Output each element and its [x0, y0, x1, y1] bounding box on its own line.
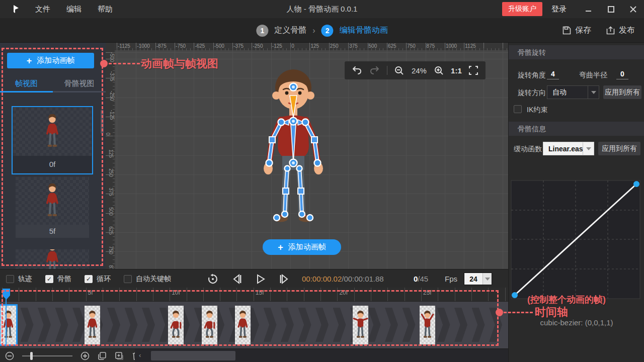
zoom-out-timeline-button[interactable] — [5, 351, 14, 360]
timeline-scrollbar[interactable]: ‹ — [135, 349, 508, 362]
step-1-badge[interactable]: 1 — [256, 25, 268, 37]
easing-select[interactable]: Linear.ease — [543, 142, 594, 155]
frame-thumbnail-5f[interactable]: 5f — [16, 177, 89, 238]
next-frame-button[interactable] — [279, 274, 290, 284]
horizontal-ruler: -1125-1000-875-750-625-500-375-250-12501… — [115, 43, 508, 50]
v-ruler-label: 625 — [108, 226, 114, 235]
timeline-ruler-label: 15f — [256, 289, 264, 296]
keyframe-0f[interactable] — [1, 306, 16, 344]
app-logo-icon — [12, 5, 20, 14]
v-ruler-label: 250 — [108, 168, 114, 177]
apply-all-rotation-button[interactable]: 应用到所有 — [603, 85, 641, 99]
mini-character — [1, 309, 16, 342]
checkbox-icon[interactable] — [6, 275, 14, 283]
play-button[interactable] — [256, 274, 266, 284]
bone-info-section-header: 骨骼信息 — [509, 122, 644, 136]
keyframe-21f[interactable] — [353, 306, 368, 344]
timeline-track[interactable] — [0, 302, 508, 348]
checkbox-icon[interactable]: ✓ — [85, 275, 93, 283]
chevron-down-icon — [482, 273, 492, 285]
timeline-ruler-label: 25f — [423, 289, 432, 296]
redo-button[interactable] — [369, 66, 379, 75]
stage-canvas[interactable]: -1125-1000-875-750-625-500-375-250-12501… — [106, 43, 508, 269]
apply-all-easing-button[interactable]: 应用到所有 — [598, 142, 640, 155]
slider-handle[interactable] — [30, 352, 33, 360]
step-2-badge[interactable]: 2 — [321, 25, 334, 37]
checkbox-icon[interactable] — [124, 275, 132, 283]
vertical-ruler: -500-375-250-1250125250375500625750875 — [106, 50, 115, 269]
tab-skeleton-view[interactable]: 骨骼视图 — [53, 76, 106, 91]
keyframe-5f[interactable] — [85, 306, 100, 344]
keyframe-10f[interactable] — [168, 306, 184, 344]
close-button[interactable] — [622, 0, 644, 18]
publish-button[interactable]: 发布 — [606, 25, 635, 36]
frame-thumbnail-0f[interactable]: 0f — [13, 108, 92, 173]
h-ruler-label: -250 — [253, 43, 263, 49]
bezier-handle-start[interactable] — [512, 292, 518, 298]
save-button[interactable]: 保存 — [562, 25, 591, 36]
h-ruler-label: -125 — [272, 43, 282, 49]
h-ruler-label: 750 — [407, 43, 416, 49]
chevron-decoration — [281, 308, 294, 342]
timeline-ruler-label: 20f — [339, 289, 348, 296]
frames-sidebar: + 添加动画帧 帧视图骨骼视图 0f 5f — [0, 43, 106, 269]
scroll-left-icon[interactable]: ‹ — [139, 351, 141, 359]
duplicate-frame-button[interactable] — [98, 351, 107, 360]
radius-value[interactable]: 0 — [616, 70, 628, 79]
playback-toggle-2[interactable]: ✓循环 — [85, 275, 111, 284]
step-1-label[interactable]: 定义骨骼 — [274, 25, 306, 36]
bezier-handle-end[interactable] — [633, 181, 639, 187]
sidebar-scrollbar[interactable] — [101, 110, 104, 134]
h-ruler-label: -500 — [214, 43, 224, 49]
maximize-button[interactable] — [600, 0, 622, 18]
angle-value[interactable]: 4 — [547, 70, 559, 79]
actual-size-button[interactable]: 1:1 — [451, 66, 462, 75]
plus-icon: + — [27, 56, 32, 65]
zoom-out-button[interactable] — [394, 66, 404, 75]
prev-frame-button[interactable] — [231, 274, 243, 284]
sidebar-add-frame-button[interactable]: + 添加动画帧 — [7, 53, 94, 68]
direction-value: 自动 — [547, 88, 588, 97]
tab-frame-view[interactable]: 帧视图 — [0, 76, 53, 91]
fps-select[interactable]: 24 — [464, 273, 492, 285]
annotation-dot-sidebar — [100, 60, 108, 67]
timeline-ruler[interactable]: 5f10f15f20f25f — [0, 288, 508, 302]
upgrade-account-button[interactable]: 升级账户 — [502, 2, 542, 16]
playback-toggle-1[interactable]: ✓骨骼 — [45, 275, 71, 284]
login-button[interactable]: 登录 — [551, 5, 567, 14]
skeleton-overlay — [266, 83, 321, 221]
keyframe-14f[interactable] — [235, 306, 251, 344]
h-ruler-label: 375 — [349, 43, 358, 49]
character-figure[interactable] — [249, 64, 335, 236]
undo-button[interactable] — [352, 66, 362, 75]
frame-thumbnail-partial[interactable] — [16, 249, 89, 269]
direction-select[interactable]: 自动 — [547, 85, 599, 99]
canvas-add-frame-button[interactable]: + 添加动画帧 — [263, 239, 341, 255]
menu-item-2[interactable]: 帮助 — [92, 3, 119, 16]
scrollbar-thumb[interactable] — [151, 351, 235, 360]
v-ruler-label: 125 — [108, 149, 114, 158]
mini-character — [235, 309, 251, 342]
ik-constraint-checkbox[interactable] — [514, 105, 522, 113]
zoom-in-button[interactable] — [434, 66, 444, 75]
timeline-zoom-slider[interactable] — [22, 349, 72, 362]
fit-screen-button[interactable] — [469, 66, 478, 75]
replay-button[interactable] — [207, 274, 218, 285]
canvas-toolbar: 24% 1:1 — [345, 61, 486, 79]
time-display: 00:00:00.02 / 00:00:01.88 — [302, 269, 384, 288]
bezier-curve-editor[interactable] — [511, 180, 640, 299]
mini-character — [43, 184, 62, 219]
playback-toggle-3[interactable]: 自动关键帧 — [124, 275, 171, 284]
playback-toggle-0[interactable]: 轨迹 — [6, 275, 32, 284]
checkbox-icon[interactable]: ✓ — [45, 275, 53, 283]
insert-frame-button[interactable] — [115, 351, 124, 360]
chevron-decoration — [315, 308, 329, 342]
menu-item-1[interactable]: 编辑 — [60, 3, 88, 16]
keyframe-12f[interactable] — [202, 306, 217, 344]
keyframe-25f[interactable] — [420, 306, 435, 344]
step-2-label[interactable]: 编辑骨骼动画 — [340, 25, 388, 36]
minimize-button[interactable] — [578, 0, 600, 18]
zoom-in-timeline-button[interactable] — [80, 351, 90, 360]
toolbar-divider — [387, 66, 387, 75]
menu-item-0[interactable]: 文件 — [29, 3, 56, 16]
